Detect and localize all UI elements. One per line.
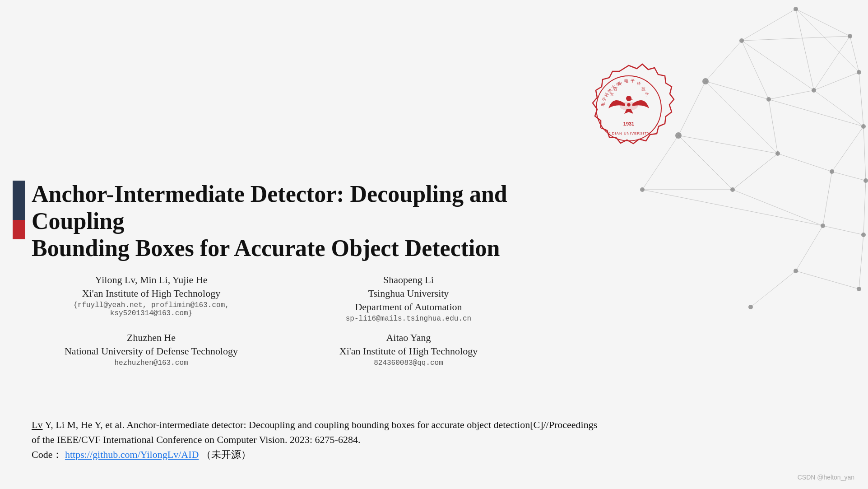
- author-email-2: sp-li16@mails.tsinghua.edu.cn: [289, 315, 528, 323]
- svg-text:大: 大: [610, 92, 614, 97]
- svg-text:1931: 1931: [623, 121, 634, 126]
- author-name-2: Shaopeng Li: [289, 274, 528, 286]
- citation-code-link[interactable]: https://github.com/YilongLv/AID: [65, 449, 199, 460]
- bar-red: [13, 220, 25, 239]
- svg-line-4: [814, 36, 850, 90]
- svg-text:技: 技: [641, 87, 645, 91]
- author-affiliation-2a: Tsinghua University: [289, 288, 528, 299]
- svg-point-49: [863, 178, 868, 183]
- author-name-4: Aitao Yang: [289, 332, 528, 344]
- svg-line-35: [769, 99, 863, 126]
- bar-dark: [13, 181, 25, 220]
- citation-code-suffix: （未开源）: [201, 449, 251, 460]
- svg-line-31: [706, 81, 778, 154]
- svg-text:安: 安: [618, 81, 622, 86]
- svg-line-12: [769, 99, 778, 154]
- svg-line-16: [778, 154, 832, 172]
- svg-point-47: [775, 151, 780, 156]
- color-bar: [13, 181, 25, 239]
- author-block-4: Aitao Yang Xi'an Institute of High Techn…: [289, 332, 528, 367]
- svg-line-26: [859, 235, 863, 289]
- authors-grid: Yilong Lv, Min Li, Yujie He Xi'an Instit…: [32, 274, 528, 367]
- svg-line-29: [796, 9, 814, 90]
- main-content: Anchor-Intermediate Detector: Decoupling…: [32, 181, 841, 381]
- svg-line-10: [678, 81, 706, 135]
- svg-text:子: 子: [631, 79, 635, 83]
- svg-line-30: [742, 41, 814, 90]
- svg-text:科: 科: [637, 81, 641, 86]
- svg-line-32: [678, 135, 778, 154]
- svg-text:XIDIAN UNIVERSITY: XIDIAN UNIVERSITY: [608, 131, 650, 135]
- author-name-1: Yilong Lv, Min Li, Yujie He: [32, 274, 271, 286]
- author-block-1: Yilong Lv, Min Li, Yujie He Xi'an Instit…: [32, 274, 271, 323]
- title-line1: Anchor-Intermediate Detector: Decoupling…: [32, 181, 507, 234]
- svg-line-7: [706, 41, 742, 81]
- author-email-1: {rfuyll@yeah.net, proflimin@163.com, ksy…: [32, 301, 271, 317]
- author-affiliation-3: National University of Defense Technolog…: [32, 345, 271, 357]
- university-logo: 西安电子科技大学 1931 XIDIAN UNIVERSITY 西 安 电 子 …: [579, 59, 678, 158]
- svg-point-48: [830, 169, 834, 174]
- citation-block: Lv Y, Li M, He Y, et al. Anchor-intermed…: [32, 417, 841, 462]
- svg-line-13: [814, 90, 863, 126]
- citation-text: Lv Y, Li M, He Y, et al. Anchor-intermed…: [32, 417, 841, 462]
- title-line2: Bounding Boxes for Accurate Object Detec…: [32, 235, 500, 261]
- author-affiliation-2b: Department of Automation: [289, 301, 528, 313]
- svg-point-59: [626, 96, 631, 101]
- svg-line-11: [769, 90, 814, 99]
- citation-code-prefix: Code：: [32, 449, 62, 460]
- svg-line-2: [796, 9, 859, 72]
- svg-point-42: [702, 78, 709, 84]
- svg-line-9: [706, 81, 769, 99]
- svg-point-40: [857, 70, 861, 75]
- citation-body: Y, Li M, He Y, et al. Anchor-intermediat…: [45, 419, 597, 430]
- author-name-3: Zhuzhen He: [32, 332, 271, 344]
- svg-line-5: [814, 72, 859, 90]
- svg-line-14: [832, 126, 863, 172]
- author-affiliation-4: Xi'an Institute of High Technology: [289, 345, 528, 357]
- author-block-3: Zhuzhen He National University of Defens…: [32, 332, 271, 367]
- svg-line-1: [742, 9, 796, 41]
- svg-line-0: [796, 9, 850, 36]
- svg-point-55: [857, 287, 861, 291]
- svg-point-41: [739, 38, 744, 43]
- svg-point-43: [766, 97, 771, 102]
- svg-line-36: [742, 36, 850, 41]
- svg-text:学: 学: [645, 92, 649, 97]
- svg-point-39: [848, 34, 852, 38]
- svg-point-44: [812, 88, 816, 93]
- svg-line-8: [742, 41, 769, 99]
- svg-point-60: [627, 103, 630, 106]
- svg-text:西: 西: [613, 87, 617, 91]
- citation-line2: of the IEEE/CVF International Conference…: [32, 434, 360, 445]
- svg-line-20: [832, 172, 866, 181]
- svg-text:电: 电: [624, 79, 628, 83]
- svg-point-38: [794, 7, 798, 11]
- citation-lv: Lv: [32, 419, 42, 430]
- csdn-watermark: CSDN @helton_yan: [798, 474, 854, 481]
- svg-line-3: [850, 36, 859, 72]
- svg-point-53: [861, 233, 866, 237]
- author-affiliation-1: Xi'an Institute of High Technology: [32, 288, 271, 299]
- svg-line-15: [863, 126, 866, 181]
- svg-line-22: [863, 181, 866, 235]
- author-email-3: hezhuzhen@163.com: [32, 359, 271, 367]
- svg-line-6: [859, 72, 863, 126]
- svg-point-45: [861, 124, 866, 129]
- paper-title: Anchor-Intermediate Detector: Decoupling…: [32, 181, 528, 261]
- author-block-2: Shaopeng Li Tsinghua University Departme…: [289, 274, 528, 323]
- author-email-4: 824360083@qq.com: [289, 359, 528, 367]
